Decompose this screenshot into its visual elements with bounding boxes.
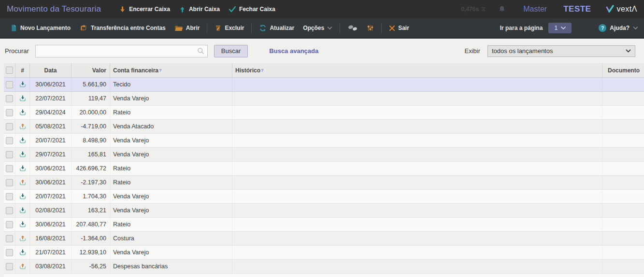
column-header-account[interactable]: Conta financeira? [110, 63, 232, 77]
filter-select[interactable]: todos os lançamentos [487, 45, 635, 57]
row-checkbox[interactable] [6, 137, 13, 144]
cell-history [232, 218, 602, 231]
row-checkbox[interactable] [6, 221, 13, 228]
cell-select [4, 78, 15, 91]
row-checkbox[interactable] [6, 151, 13, 158]
cell-history [232, 246, 602, 259]
new-entry-button[interactable]: Novo Lançamento [6, 24, 75, 32]
transfer-arrows-icon [79, 24, 88, 32]
row-checkbox[interactable] [6, 109, 13, 116]
download-icon [19, 165, 27, 172]
cell-document [602, 162, 644, 175]
check-icon [229, 6, 236, 13]
options-button[interactable]: Opções [299, 25, 337, 31]
bell-icon[interactable] [498, 5, 506, 13]
row-checkbox[interactable] [6, 193, 13, 200]
cash-actions: Encerrar CaixaAbrir CaixaFechar Caixa [114, 4, 279, 15]
cell-account: Venda Varejo [110, 148, 232, 161]
cell-account: Rateio [110, 106, 232, 119]
row-checkbox[interactable] [6, 95, 13, 102]
load-time: 0,476s [461, 6, 479, 13]
toolbar-button-label: Novo Lançamento [20, 25, 71, 31]
row-checkbox[interactable] [6, 263, 13, 270]
row-checkbox[interactable] [6, 123, 13, 130]
transfer-button[interactable]: Transferência entre Contas [75, 24, 170, 32]
sliders-icon [367, 24, 374, 32]
row-checkbox[interactable] [6, 207, 13, 214]
delete-button[interactable]: Excluir [210, 24, 248, 32]
row-checkbox[interactable] [6, 81, 13, 88]
refresh-button[interactable]: Atualizar [255, 24, 299, 32]
exit-button[interactable]: Sair [385, 25, 414, 31]
download-icon [19, 151, 27, 158]
toolbar-separator [381, 23, 382, 33]
open-button[interactable]: Abrir [170, 25, 204, 32]
table-row[interactable]: 30/06/2021426.696,72Rateio [4, 162, 644, 176]
page-select[interactable]: 1 [548, 23, 572, 33]
cell-direction [15, 162, 30, 175]
table-row[interactable]: 20/07/20211.704,30Venda Varejo [4, 190, 644, 204]
cell-history [232, 232, 602, 245]
cell-document [602, 190, 644, 203]
download-icon [19, 221, 27, 228]
cell-value: -1.364,00 [72, 232, 110, 245]
row-checkbox[interactable] [6, 235, 13, 242]
cell-date: 30/06/2021 [30, 78, 72, 91]
column-header-label: Histórico [235, 67, 260, 74]
cell-history [232, 176, 602, 189]
cell-document [602, 260, 644, 273]
settings-sliders-button[interactable] [362, 24, 378, 32]
column-hint[interactable]: ? [261, 68, 264, 73]
cell-direction [15, 204, 30, 217]
user-name[interactable]: Master [523, 5, 547, 14]
transactions-table: #DataValorConta financeira?Histórico?Doc… [4, 63, 644, 277]
column-header-document[interactable]: Documento [602, 63, 644, 77]
table-row[interactable]: 30/06/2021207.480,77Rateio [4, 218, 644, 232]
search-input[interactable] [35, 45, 208, 57]
cell-direction [15, 232, 30, 245]
cash-action-encerrar-caixa[interactable]: Encerrar Caixa [114, 4, 174, 15]
download-icon [19, 81, 27, 88]
table-row[interactable]: 29/07/2021165,81Venda Varejo [4, 148, 644, 162]
brand-text: vextΛ [616, 5, 637, 14]
table-row[interactable]: 20/07/20218.498,90Venda Varejo [4, 134, 644, 148]
table-row[interactable]: 21/07/202112.939,10Venda Varejo [4, 246, 644, 260]
table-row[interactable]: 03/08/2021-56,25Despesas bancárias [4, 260, 644, 274]
row-checkbox[interactable] [6, 249, 13, 256]
table-row[interactable]: 02/08/2021163,21Venda Varejo [4, 204, 644, 218]
audit-trail-button[interactable] [343, 24, 362, 32]
upload-icon [19, 235, 27, 242]
cash-action-fechar-caixa[interactable]: Fechar Caixa [224, 4, 280, 14]
cell-account: Rateio [110, 218, 232, 231]
search-button[interactable]: Buscar [214, 45, 248, 57]
cell-direction [15, 106, 30, 119]
table-row[interactable]: 30/06/20215.661,90Tecido [4, 78, 644, 92]
cell-value: -2.197,30 [72, 176, 110, 189]
row-checkbox[interactable] [6, 179, 13, 186]
table-row[interactable]: 22/07/2021119,47Venda Varejo [4, 92, 644, 106]
cell-select [4, 134, 15, 147]
cell-history [232, 260, 602, 273]
advanced-search-link[interactable]: Busca avançada [269, 47, 318, 55]
table-row[interactable]: 30/06/2021-2.197,30Rateio [4, 176, 644, 190]
cash-action-abrir-caixa[interactable]: Abrir Caixa [174, 4, 224, 15]
table-row[interactable]: 16/08/2021-1.364,00Costura [4, 232, 644, 246]
page-nav-label: Ir para a página [500, 25, 543, 31]
table-row[interactable]: 05/08/2021-4.719,00Venda Atacado [4, 120, 644, 134]
column-header-value[interactable]: Valor [72, 63, 110, 77]
table-row[interactable]: 29/04/202420.000,00Rateio [4, 106, 644, 120]
column-header-icon[interactable]: # [15, 63, 30, 77]
column-header-date[interactable]: Data [30, 63, 72, 77]
column-hint[interactable]: ? [159, 68, 162, 73]
cash-action-label: Abrir Caixa [189, 6, 220, 13]
select-all-checkbox[interactable] [6, 67, 13, 74]
cell-value: 165,81 [72, 148, 110, 161]
cell-direction [15, 78, 30, 91]
column-header-history[interactable]: Histórico? [232, 63, 602, 77]
row-checkbox[interactable] [6, 165, 13, 172]
toolbar-right: Ir para a página 1 ? Ajuda? [500, 23, 638, 33]
cell-direction [15, 218, 30, 231]
cell-date: 20/07/2021 [30, 190, 72, 203]
help-button[interactable]: ? Ajuda? [599, 24, 638, 32]
cell-date: 30/06/2021 [30, 218, 72, 231]
